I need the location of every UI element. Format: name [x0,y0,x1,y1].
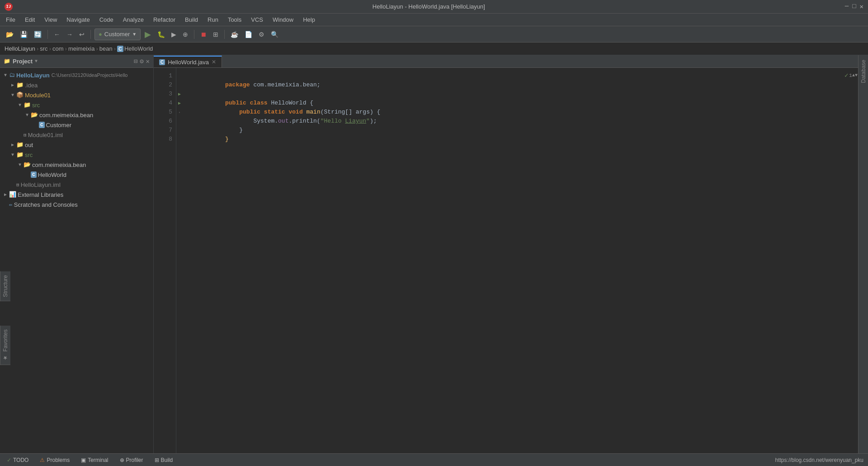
stop-button[interactable]: ⏹ [198,29,209,39]
sdk-button[interactable]: ☕ [228,29,241,39]
warning-count: 1 [849,73,852,78]
database-panel-button[interactable]: Database [859,57,868,85]
tree-arrow-idea[interactable]: ▶ [9,82,16,88]
nav-down-icon[interactable]: ▼ [855,73,858,78]
tree-helloliayun-iml[interactable]: ⊞ HelloLiayun.iml [0,180,153,190]
tree-arrow-pkg-module01[interactable]: ▼ [24,113,31,118]
terminal-button[interactable]: ▣ Terminal [79,456,110,464]
search-everywhere-button[interactable]: 🔍 [269,29,281,39]
favorites-star-icon: ★ [2,355,9,361]
structure-label: Structure [2,275,9,297]
problems-label: Problems [47,457,70,463]
tree-helloworld[interactable]: C HelloWorld [0,170,153,180]
toolbar-sep-4 [224,30,225,39]
build-button[interactable]: ⊞ Build [152,456,175,464]
save-button[interactable]: 💾 [18,29,30,39]
code-content[interactable]: package com.meimeixia.bean; public class… [185,68,849,453]
menu-vcs[interactable]: VCS [247,15,267,24]
minimize-button[interactable]: ─ [845,3,849,10]
close-button[interactable]: ✕ [860,3,863,10]
config-icon: ● [99,31,102,38]
favorites-panel-button[interactable]: ★ Favorites [0,326,10,365]
tree-arrow-src-module01[interactable]: ▼ [16,103,24,108]
open-button[interactable]: 📂 [4,29,16,39]
tree-idea[interactable]: ▶ 📁 .idea [0,80,153,90]
close-panel-icon[interactable]: ✕ [146,57,150,65]
tree-arrow-src-root[interactable]: ▼ [9,152,16,157]
project-dropdown-icon[interactable]: ▼ [35,59,38,64]
menu-file[interactable]: File [2,15,19,24]
todo-button[interactable]: ✓ TODO [5,456,31,464]
undo-button[interactable]: ↩ [77,29,87,39]
run-with-coverage-button[interactable]: ▶ [169,29,179,39]
out-label: out [25,142,33,148]
breadcrumb-bean[interactable]: bean [99,45,113,52]
tree-module01[interactable]: ▼ 📦 Module01 [0,90,153,100]
tree-customer[interactable]: C Customer [0,120,153,130]
project-header: 📁 Project ▼ ⊟ ⚙ ✕ [0,55,153,68]
tree-arrow-module01[interactable]: ▼ [9,93,16,98]
breadcrumb-src[interactable]: src [40,45,47,52]
show-options-icon[interactable]: ⚙ [140,57,143,65]
idea-folder-icon: 📁 [16,81,24,89]
tree-scratches[interactable]: ✏ Scratches and Consoles [0,200,153,209]
breadcrumb-helloliayun[interactable]: HelloLiayun [5,45,35,52]
debug-button[interactable]: 🐛 [155,29,167,39]
tab-close-button[interactable]: ✕ [212,59,216,65]
window-controls[interactable]: ─ □ ✕ [845,3,863,10]
breadcrumb-helloworld[interactable]: HelloWorld [124,45,153,52]
menu-build[interactable]: Build [181,15,202,24]
breadcrumb-com[interactable]: com [52,45,64,52]
code-editor[interactable]: 1 2 3 4 5 6 7 8 ▶ ▶ ◦ [154,68,858,453]
menu-edit[interactable]: Edit [21,15,38,24]
collapse-all-icon[interactable]: ⊟ [134,57,137,65]
open-file-button[interactable]: 📄 [242,29,255,39]
maximize-button[interactable]: □ [852,3,856,10]
menu-refactor[interactable]: Refactor [150,15,179,24]
tree-arrow-pkg-root[interactable]: ▼ [16,162,24,167]
tree-src-module01[interactable]: ▼ 📁 src [0,100,153,110]
src-module01-label: src [32,102,40,109]
problems-button[interactable]: ⚠ Problems [38,456,72,464]
menu-tools[interactable]: Tools [224,15,245,24]
tree-external-libs[interactable]: ▶ 📊 External Libraries [0,190,153,200]
tree-arrow-helloliayun[interactable]: ▼ [2,73,9,78]
tree-src-root[interactable]: ▼ 📁 src [0,150,153,160]
tree-out[interactable]: ▶ 📁 out [0,140,153,150]
helloliayun-label: HelloLiayun [16,72,50,79]
toolbar: 📂 💾 🔄 ← → ↩ ● Customer ▼ ▶ 🐛 ▶ ⊕ ⏹ ⊞ ☕ 📄… [0,26,868,43]
tree-arrow-ext-libs[interactable]: ▶ [2,192,9,197]
tab-helloworld[interactable]: C HelloWorld.java ✕ [154,56,222,67]
gutter-run-4[interactable]: ▶ [176,99,183,108]
settings-button[interactable]: ⚙ [256,29,267,39]
sync-button[interactable]: 🔄 [32,29,44,39]
helloworld-java-icon: C [31,171,37,178]
menu-run[interactable]: Run [204,15,222,24]
tree-module01-iml[interactable]: ⊞ Module01.iml [0,130,153,140]
tree-helloliayun[interactable]: ▼ 🗂 HelloLiayun C:\Users\32120\IdeaProje… [0,70,153,80]
helloliayun-iml-icon: ⊞ [16,182,19,188]
tree-package-module01[interactable]: ▼ 📂 com.meimeixia.bean [0,110,153,120]
configuration-dropdown[interactable]: ● Customer ▼ [94,29,141,40]
menu-analyze[interactable]: Analyze [119,15,147,24]
back-button[interactable]: ← [52,29,62,39]
tree-pkg-root[interactable]: ▼ 📂 com.meimeixia.bean [0,160,153,170]
structure-panel-button[interactable]: Structure [0,271,10,301]
menu-view[interactable]: View [41,15,61,24]
run-button[interactable]: ▶ [142,28,153,41]
build-label: Build [161,457,173,463]
profile-button[interactable]: ⊕ [180,29,190,39]
breadcrumb-meimeixia[interactable]: meimeixia [68,45,95,52]
line-num-1: 1 [154,71,172,81]
tree-arrow-out[interactable]: ▶ [9,142,16,147]
src-icon: 📁 [24,101,31,109]
menu-code[interactable]: Code [96,15,117,24]
menu-window[interactable]: Window [269,15,297,24]
module01-icon: 📦 [16,91,24,99]
build-project-button[interactable]: ⊞ [211,29,221,39]
gutter-run-3[interactable]: ▶ [176,90,183,99]
menu-navigate[interactable]: Navigate [63,15,93,24]
menu-help[interactable]: Help [299,15,319,24]
profiler-button[interactable]: ⊕ Profiler [118,456,146,464]
forward-button[interactable]: → [64,29,75,39]
